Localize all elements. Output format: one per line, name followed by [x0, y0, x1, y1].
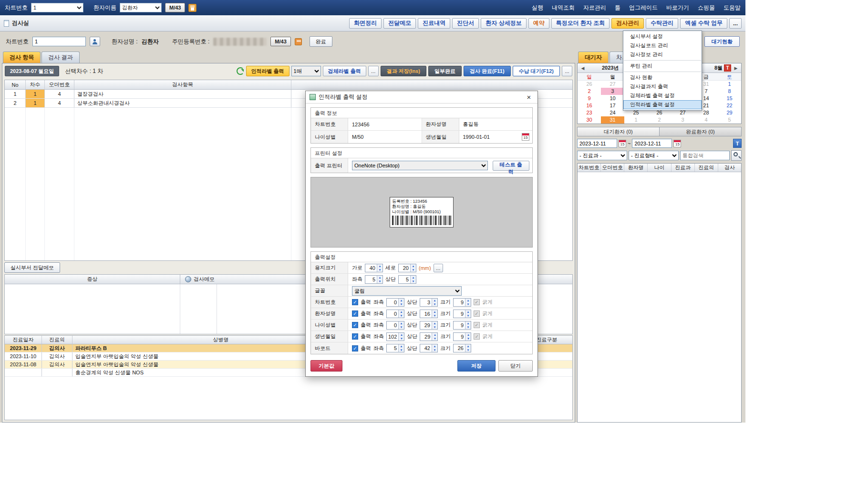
menubar-button-10[interactable]: ... [729, 18, 742, 29]
partial-done-button[interactable]: 일부완료 [428, 66, 462, 76]
calendar-day[interactable]: 10 [601, 95, 624, 102]
patient-search-button[interactable] [90, 37, 100, 46]
menu-item-5[interactable]: 검사결과지 출력 [623, 82, 702, 91]
calendar-picker-icon[interactable]: 15 [619, 140, 626, 147]
menu-item-4[interactable]: 검사 현황 [623, 73, 702, 82]
spinner-up-icon[interactable] [399, 333, 404, 337]
tab-waiting-list[interactable]: 대기자 [578, 52, 609, 63]
menu-shop[interactable]: 쇼핑몰 [698, 4, 715, 12]
spinner-arrows[interactable] [465, 299, 471, 306]
date-to-input[interactable] [632, 139, 672, 148]
calendar-day[interactable]: 24 [601, 109, 624, 116]
type-filter-select[interactable]: - 진료형태 - [629, 151, 679, 160]
spinner-down-icon[interactable] [465, 325, 471, 329]
waiting-patients-tab[interactable]: 대기환자 (0) [577, 127, 660, 136]
menu-history[interactable]: 내역조회 [552, 4, 575, 12]
number-spinner[interactable]: 9 [453, 321, 471, 330]
calendar-next-icon[interactable] [733, 65, 739, 72]
number-spinner[interactable]: 29 [420, 332, 438, 341]
spinner-arrows[interactable] [432, 299, 437, 306]
number-spinner[interactable]: 0 [386, 310, 404, 318]
spinner-arrows[interactable] [432, 310, 437, 318]
waiting-status-button[interactable]: 대기현황 [704, 36, 740, 47]
menu-help[interactable]: 도움말 [723, 4, 741, 12]
number-spinner[interactable]: 5 [386, 344, 404, 352]
spinner-arrows[interactable] [398, 333, 404, 341]
save-result-button[interactable]: 결과 저장(Ins) [381, 66, 426, 76]
sex-age-button2[interactable]: M/43 [270, 37, 290, 46]
symptom-area[interactable] [5, 284, 180, 334]
calendar-day[interactable]: 17 [601, 102, 624, 109]
bold-checkbox[interactable] [474, 322, 480, 328]
paper-height-spinner[interactable]: 20 [398, 264, 416, 272]
search-button[interactable] [731, 150, 742, 161]
search-input[interactable] [680, 151, 730, 160]
paper-size-more-button[interactable]: ... [434, 264, 443, 272]
menu-data[interactable]: 자료관리 [583, 4, 606, 12]
calendar-today-button[interactable]: T [724, 64, 731, 72]
spinner-up-icon[interactable] [432, 310, 437, 314]
menubar-button-6[interactable]: 특정오더 환자 조회 [551, 18, 610, 29]
menubar-button-5[interactable]: 예약 [528, 18, 549, 29]
calendar-day[interactable]: 5 [718, 116, 741, 124]
exam-done-button[interactable]: 검사 완료(F11) [464, 66, 511, 76]
number-spinner[interactable]: 29 [420, 321, 438, 330]
spinner-arrows[interactable] [410, 264, 416, 272]
spinner-down-icon[interactable] [432, 302, 437, 306]
spinner-arrows[interactable] [465, 321, 471, 329]
spinner-down-icon[interactable] [399, 314, 404, 318]
chart-no-select[interactable]: 1 [31, 3, 83, 12]
dialog-title-bar[interactable]: 인적라벨 출력 설정 [306, 91, 537, 103]
print-checkbox[interactable] [352, 322, 358, 328]
spinner-arrows[interactable] [432, 344, 437, 352]
date-from-input[interactable] [577, 139, 617, 148]
number-spinner[interactable]: 9 [453, 298, 471, 307]
print-checkbox[interactable] [352, 345, 358, 352]
spinner-down-icon[interactable] [399, 302, 404, 306]
bold-checkbox[interactable] [474, 333, 480, 340]
print-checkbox[interactable] [352, 299, 358, 305]
spinner-down-icon[interactable] [432, 348, 437, 352]
number-spinner[interactable]: 26 [453, 344, 471, 352]
calendar-day[interactable]: 4 [694, 116, 718, 124]
spinner-down-icon[interactable] [399, 337, 404, 341]
spinner-up-icon[interactable] [399, 344, 404, 348]
number-spinner[interactable]: 9 [453, 310, 471, 318]
toolbar-more-button[interactable]: ... [562, 66, 572, 76]
menu-item-0[interactable]: 실시부서 설정 [623, 32, 702, 41]
spinner-down-icon[interactable] [432, 314, 437, 318]
printer-select[interactable]: OneNote (Desktop) [352, 161, 488, 170]
menu-run[interactable]: 실행 [532, 4, 543, 12]
menu-item-2[interactable]: 검사정보 관리 [623, 50, 702, 59]
font-select[interactable]: 굴림 [352, 286, 462, 296]
calendar-day[interactable]: 9 [578, 95, 601, 102]
spinner-up-icon[interactable] [432, 344, 437, 348]
default-values-button[interactable]: 기본값 [310, 360, 342, 372]
tab-exam-items[interactable]: 검사 항목 [3, 52, 41, 63]
done-button[interactable]: 완료 [310, 36, 332, 47]
spinner-up-icon[interactable] [399, 321, 404, 325]
spinner-up-icon[interactable] [465, 310, 471, 314]
today-button[interactable]: T [733, 139, 742, 148]
personal-label-print-button[interactable]: 인적라벨 출력 [246, 66, 289, 76]
number-spinner[interactable]: 16 [420, 310, 438, 318]
test-print-button[interactable]: 테스트 출력 [493, 161, 529, 171]
spinner-down-icon[interactable] [399, 348, 404, 352]
calendar-day[interactable]: 22 [718, 102, 741, 109]
spinner-arrows[interactable] [398, 321, 404, 329]
number-spinner[interactable]: 0 [386, 321, 404, 330]
calendar-picker-icon2[interactable]: 15 [673, 140, 681, 147]
spinner-arrows[interactable] [377, 276, 382, 283]
patient-name-select[interactable]: 김환자 [120, 3, 162, 12]
spinner-up-icon[interactable] [465, 321, 471, 325]
number-spinner[interactable]: 9 [453, 332, 471, 341]
refresh-icon[interactable] [237, 67, 244, 75]
completed-patients-tab[interactable]: 완료환자 (0) [660, 127, 742, 136]
menubar-button-7[interactable]: 검사관리 [611, 18, 644, 29]
save-icon[interactable] [188, 4, 196, 12]
spinner-up-icon[interactable] [432, 321, 437, 325]
menubar-button-1[interactable]: 전달메모 [383, 18, 416, 29]
spinner-arrows[interactable] [465, 344, 471, 352]
birth-calendar-icon[interactable]: 15 [522, 133, 529, 141]
close-button[interactable]: 닫기 [498, 360, 533, 372]
